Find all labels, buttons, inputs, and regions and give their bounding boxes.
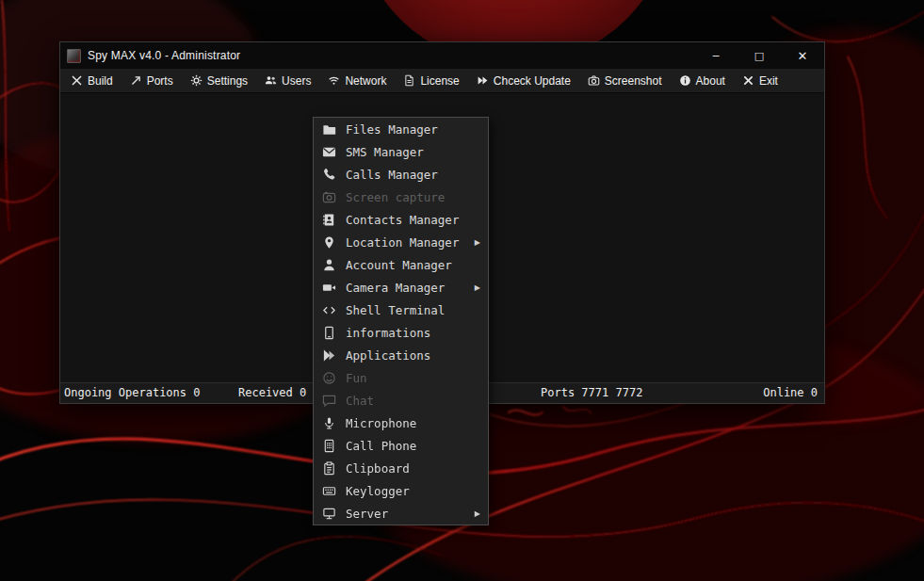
toolbar-item-label: Network [345, 74, 386, 88]
status-online: Online 0 [763, 386, 818, 399]
window-title: Spy MAX v4.0 - Administrator [88, 49, 240, 62]
menu-item-camera-manager[interactable]: Camera Manager ▶ [314, 276, 488, 299]
main-toolbar: Build Ports Settings Users Network Licen… [60, 69, 824, 93]
toolbar-item-label: About [696, 74, 725, 88]
video-camera-icon [321, 280, 336, 295]
chat-bubble-icon [321, 393, 336, 408]
toolbar-item-build[interactable]: Build [71, 74, 113, 88]
toolbar-item-screenshot[interactable]: Screenshot [588, 74, 662, 88]
screen-capture-camera-icon [321, 189, 336, 204]
menu-item-label: Screen capture [346, 190, 445, 204]
menu-item-chat[interactable]: Chat [314, 389, 488, 412]
toolbar-item-label: Exit [759, 74, 778, 88]
menu-item-label: Camera Manager [346, 281, 445, 295]
location-pin-icon [321, 234, 336, 250]
menu-item-calls-manager[interactable]: Calls Manager [314, 163, 488, 186]
menu-item-informations[interactable]: informations [314, 321, 488, 344]
menu-item-keylogger[interactable]: Keylogger [314, 479, 488, 502]
menu-item-microphone[interactable]: Microphone [314, 412, 488, 434]
submenu-arrow-icon: ▶ [475, 238, 482, 247]
envelope-icon [321, 144, 336, 159]
phone-icon [321, 167, 336, 182]
status-received: Received 0 [238, 386, 306, 399]
microphone-icon [321, 415, 336, 430]
server-monitor-icon [321, 506, 336, 521]
close-button[interactable]: ✕ [781, 42, 824, 69]
update-arrows-icon [477, 74, 489, 87]
applications-icon [321, 347, 336, 363]
exit-cross-icon [742, 74, 754, 87]
toolbar-item-settings[interactable]: Settings [190, 74, 248, 88]
menu-item-contacts-manager[interactable]: Contacts Manager [314, 208, 488, 231]
menu-item-label: informations [346, 326, 430, 340]
menu-item-label: Keylogger [346, 484, 410, 498]
menu-item-label: Call Phone [346, 439, 416, 453]
person-icon [321, 257, 336, 272]
menu-item-label: Applications [346, 348, 430, 363]
toolbar-item-users[interactable]: Users [265, 74, 311, 88]
menu-item-server[interactable]: Server ▶ [314, 502, 488, 525]
toolbar-item-about[interactable]: About [679, 74, 725, 88]
status-ongoing-operations: Ongoing Operations 0 [64, 386, 201, 399]
cursor-arrow-icon [130, 74, 142, 87]
menu-item-label: Chat [346, 394, 374, 408]
maximize-button[interactable]: □ [738, 42, 781, 69]
toolbar-item-network[interactable]: Network [328, 74, 386, 88]
build-tools-icon [71, 74, 83, 87]
menu-item-label: Shell Terminal [346, 303, 445, 317]
menu-item-label: Location Manager [346, 235, 459, 250]
toolbar-item-license[interactable]: License [403, 74, 459, 88]
toolbar-item-exit[interactable]: Exit [742, 74, 778, 88]
toolbar-item-label: Screenshot [605, 74, 662, 88]
menu-item-files-manager[interactable]: Files Manager [314, 118, 488, 140]
gear-icon [190, 74, 203, 87]
smartphone-icon [321, 325, 336, 340]
menu-item-location-manager[interactable]: Location Manager ▶ [314, 231, 488, 253]
contacts-book-icon [321, 212, 336, 227]
toolbar-item-label: Settings [207, 74, 248, 88]
menu-item-label: Clipboard [346, 461, 410, 476]
menu-item-label: Contacts Manager [346, 213, 459, 227]
menu-item-label: SMS Manager [346, 145, 424, 159]
toolbar-item-ports[interactable]: Ports [130, 74, 173, 88]
menu-item-label: Calls Manager [346, 168, 438, 182]
menu-item-shell-terminal[interactable]: Shell Terminal [314, 299, 488, 321]
info-icon [679, 74, 691, 87]
menu-item-label: Server [346, 507, 388, 521]
app-icon [67, 49, 81, 63]
submenu-arrow-icon: ▶ [475, 283, 482, 292]
license-document-icon [403, 74, 415, 87]
menu-item-label: Fun [346, 371, 367, 385]
toolbar-item-label: Build [88, 74, 113, 88]
window-controls: ─ □ ✕ [694, 42, 824, 69]
keyboard-icon [321, 483, 336, 498]
menu-item-applications[interactable]: Applications [314, 344, 488, 366]
menu-item-fun[interactable]: Fun [314, 366, 488, 389]
menu-item-account-manager[interactable]: Account Manager [314, 253, 488, 276]
menu-item-clipboard[interactable]: Clipboard [314, 457, 488, 479]
network-signal-icon [328, 74, 340, 87]
toolbar-item-label: Users [282, 74, 311, 88]
toolbar-item-label: Ports [147, 74, 173, 88]
context-menu: Files Manager SMS Manager Calls Manager … [313, 117, 489, 525]
code-brackets-icon [321, 302, 336, 317]
menu-item-call-phone[interactable]: Call Phone [314, 434, 488, 457]
title-bar: Spy MAX v4.0 - Administrator ─ □ ✕ [60, 42, 824, 69]
menu-item-label: Microphone [346, 416, 416, 430]
menu-item-screen-capture[interactable]: Screen capture [314, 186, 488, 208]
status-ports: Ports 7771 7772 [541, 386, 642, 399]
dialpad-phone-icon [321, 438, 336, 453]
toolbar-item-label: Chceck Update [494, 74, 571, 88]
clipboard-icon [321, 460, 336, 476]
submenu-arrow-icon: ▶ [475, 509, 482, 518]
smiley-icon [321, 370, 336, 385]
camera-icon [588, 74, 600, 87]
menu-item-label: Files Manager [346, 122, 438, 137]
users-icon [265, 74, 277, 87]
folder-icon [321, 121, 336, 137]
menu-item-sms-manager[interactable]: SMS Manager [314, 140, 488, 163]
toolbar-item-label: License [420, 74, 459, 88]
menu-item-label: Account Manager [346, 258, 452, 272]
minimize-button[interactable]: ─ [694, 42, 738, 69]
toolbar-item-check-update[interactable]: Chceck Update [477, 74, 571, 88]
